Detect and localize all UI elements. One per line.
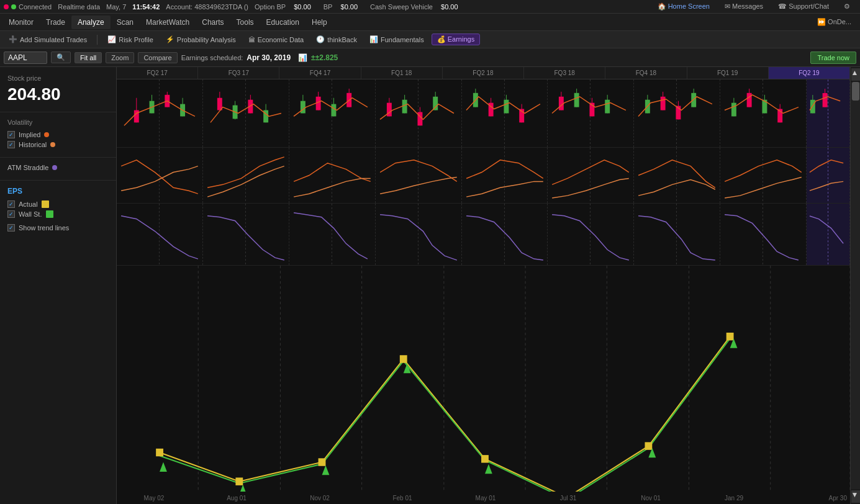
- eps-point-actual-1: [156, 449, 163, 456]
- svg-rect-22: [315, 97, 320, 110]
- messages-link[interactable]: ✉ Messages: [725, 2, 763, 11]
- scroll-thumb[interactable]: [852, 82, 859, 101]
- status-dot-red: [4, 4, 9, 9]
- settings-icon[interactable]: ⚙: [844, 2, 850, 11]
- top-bar: Connected Realtime data May, 7 11:54:42 …: [0, 0, 860, 14]
- menu-education[interactable]: Education: [260, 16, 306, 29]
- xaxis-label-6: Jul 31: [560, 495, 577, 502]
- price-svg-6: [548, 79, 633, 147]
- historical-legend: Historical: [7, 141, 109, 148]
- historical-checkbox[interactable]: [7, 141, 15, 148]
- show-trend-item: Show trend lines: [7, 224, 109, 232]
- show-trend-checkbox[interactable]: [7, 224, 15, 232]
- q-fq2-17[interactable]: FQ2 17: [117, 67, 198, 79]
- xaxis-label-5: May 01: [476, 495, 496, 502]
- vol-cell-4: [376, 148, 462, 203]
- price-svg-1: [117, 79, 202, 147]
- q-fq1-19[interactable]: FQ1 19: [687, 67, 769, 79]
- wallst-square: [46, 210, 53, 218]
- trade-now-button[interactable]: Trade now: [810, 52, 856, 64]
- xaxis-label-2: Aug 01: [227, 495, 247, 502]
- svg-rect-35: [433, 97, 438, 110]
- thinkback-button[interactable]: 🕐 thinkBack: [311, 34, 362, 45]
- menu-marketwatch[interactable]: MarketWatch: [140, 16, 196, 29]
- earnings-button[interactable]: 💰 Earnings: [432, 34, 480, 45]
- q-fq4-17[interactable]: FQ4 17: [279, 67, 361, 79]
- zoom-button[interactable]: Zoom: [106, 52, 134, 63]
- lookup-button[interactable]: 🔍: [51, 52, 71, 63]
- atm-cell-3: [289, 204, 376, 265]
- risk-icon: 📈: [107, 35, 116, 43]
- actual-square: [42, 200, 49, 208]
- xaxis-label-4: Feb 01: [392, 495, 412, 502]
- q-fq2-18[interactable]: FQ2 18: [443, 67, 524, 79]
- fit-all-button[interactable]: Fit all: [75, 52, 102, 63]
- svg-rect-49: [574, 93, 579, 107]
- implied-checkbox[interactable]: [7, 131, 15, 138]
- vol-cell-5: [462, 148, 548, 203]
- prob-analysis-button[interactable]: ⚡ Probability Analysis: [161, 34, 241, 45]
- risk-profile-button[interactable]: 📈 Risk Profile: [102, 34, 158, 45]
- atm-cell-6: [548, 204, 634, 265]
- menu-scan[interactable]: Scan: [111, 16, 140, 29]
- stock-price-value: 204.80: [7, 84, 109, 104]
- scroll-track[interactable]: [851, 82, 860, 489]
- toolbar: ➕ Add Simulated Trades 📈 Risk Profile ⚡ …: [0, 31, 860, 48]
- svg-rect-24: [331, 104, 336, 117]
- menu-analyze[interactable]: Analyze: [71, 16, 111, 29]
- atm-cell-9-active: [807, 204, 850, 265]
- menu-help[interactable]: Help: [306, 16, 333, 29]
- q-fq1-18[interactable]: FQ1 18: [361, 67, 443, 79]
- q-fq3-17[interactable]: FQ3 17: [198, 67, 279, 79]
- price-svg-7: [634, 79, 720, 147]
- current-time: 11:54:42: [132, 3, 160, 11]
- atm-dot: [52, 165, 57, 170]
- svg-rect-65: [731, 103, 736, 117]
- add-simulated-trades-button[interactable]: ➕ Add Simulated Trades: [4, 34, 92, 45]
- eps-svg: [117, 266, 850, 504]
- vol-svg-8: [720, 148, 806, 203]
- q-fq4-18[interactable]: FQ4 18: [605, 67, 687, 79]
- vol-cell-8: [720, 148, 807, 203]
- stock-price-section: Stock price 204.80: [0, 67, 116, 112]
- menu-trade[interactable]: Trade: [40, 16, 71, 29]
- atm-svg-7: [634, 204, 720, 265]
- compare-button[interactable]: Compare: [138, 52, 177, 63]
- xaxis-label-7: Nov 01: [641, 495, 661, 502]
- atm-chart-row: [117, 204, 850, 266]
- price-svg-9: [807, 79, 849, 147]
- fundamentals-button[interactable]: 📊 Fundamentals: [364, 34, 429, 45]
- home-screen-link[interactable]: 🏠 Home Screen: [658, 2, 710, 11]
- symbol-input[interactable]: [4, 52, 47, 64]
- eps-point-actual-5: [481, 455, 489, 462]
- volatility-label: Volatility: [7, 119, 109, 126]
- economic-data-button[interactable]: 🏛 Economic Data: [243, 34, 309, 45]
- prob-icon: ⚡: [166, 35, 174, 43]
- scroll-up-btn[interactable]: ▲: [851, 68, 860, 81]
- vol-cell-9-active: [807, 148, 850, 203]
- menu-charts[interactable]: Charts: [196, 16, 230, 29]
- svg-rect-58: [661, 97, 666, 110]
- price-cell-1: [117, 79, 203, 147]
- price-cell-3: [289, 79, 376, 147]
- menu-monitor[interactable]: Monitor: [2, 16, 40, 29]
- q-fq2-19[interactable]: FQ2 19: [769, 67, 850, 79]
- wallst-checkbox[interactable]: [7, 210, 15, 218]
- vol-chart-row: [117, 148, 850, 204]
- on-demand-btn[interactable]: ⏩ OnDe...: [817, 18, 858, 26]
- svg-rect-42: [504, 100, 509, 114]
- q-fq3-18[interactable]: FQ3 18: [524, 67, 605, 79]
- actual-checkbox[interactable]: [7, 200, 15, 208]
- vol-svg-5: [462, 148, 548, 203]
- wallst-legend: Wall St.: [7, 210, 109, 218]
- support-link[interactable]: ☎ Support/Chat: [778, 2, 829, 11]
- scroll-down-btn[interactable]: ▼: [851, 490, 860, 503]
- menu-tools[interactable]: Tools: [230, 16, 260, 29]
- right-scrollbar[interactable]: ▲ ▼: [850, 67, 860, 504]
- atm-svg-9: [807, 204, 849, 265]
- volatility-section: Volatility Implied Historical: [0, 112, 116, 158]
- quarters-row: FQ2 17 FQ3 17 FQ4 17 FQ1 18 FQ2 18 FQ3 1…: [117, 67, 850, 79]
- svg-rect-62: [691, 93, 696, 107]
- eps-point-wallst-1: [160, 462, 167, 472]
- vol-svg-4: [376, 148, 461, 203]
